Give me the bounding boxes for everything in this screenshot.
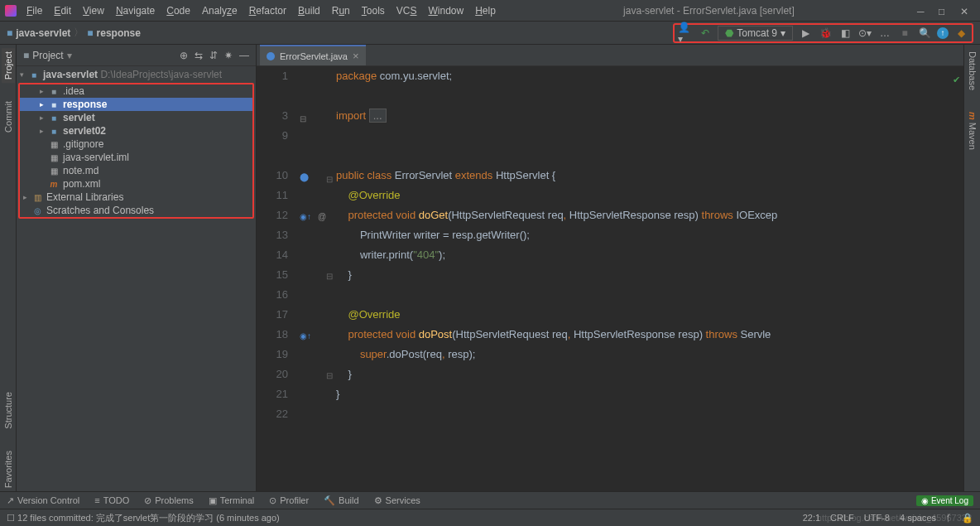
close-button[interactable]: ✕ [960,6,970,16]
tree-root[interactable]: ▾ ■ java-servlet D:\IdeaProjects\java-se… [17,68,256,81]
run-button[interactable]: ▶ [798,26,813,41]
breadcrumb-separator-icon: 〉 [74,26,84,40]
scratch-icon: ◎ [31,205,43,216]
menu-code[interactable]: Code [161,2,195,19]
file-icon: ▦ [48,138,60,150]
editor-tab[interactable]: ErrorServlet.java × [260,45,366,65]
code-content[interactable]: package com.yu.servlet; import ... publi… [336,66,963,491]
tool-event-log[interactable]: ◉ Event Log [916,495,973,506]
editor-tab-label: ErrorServlet.java [280,51,348,61]
file-icon: ▦ [48,152,60,163]
arrow-right-icon: ▸ [40,113,48,122]
menu-run[interactable]: Run [327,2,355,19]
run-config-select[interactable]: ⬣ Tomcat 9 ▾ [718,26,793,41]
arrow-right-icon: ▸ [40,87,48,95]
status-commit-msg: 12 files committed: 完成了servlet第一阶段的学习 (6… [17,512,280,524]
tool-commit-tab[interactable]: Commit [2,98,15,136]
search-icon[interactable]: 🔍 [917,26,932,41]
tree-root-path: D:\IdeaProjects\java-servlet [100,69,222,80]
menu-edit[interactable]: Edit [49,2,76,19]
menu-build[interactable]: Build [293,2,325,19]
tool-structure-tab[interactable]: Structure [2,388,15,432]
tool-profiler[interactable]: ⊙ Profiler [269,495,309,506]
locate-icon[interactable]: ⊕ [180,50,188,61]
status-cursor-pos[interactable]: 22:1 [803,513,820,524]
tool-favorites-tab[interactable]: Favorites [2,447,15,491]
status-lock-icon[interactable]: 🔒 [962,513,973,524]
menu-tools[interactable]: Tools [357,2,390,19]
window-title: java-servlet - ErrorServlet.java [servle… [501,5,917,17]
tree-gitignore[interactable]: ▦ .gitignore [20,138,252,151]
project-folder-icon: ■ [23,50,29,61]
folder-icon: ■ [48,99,60,110]
menu-vcs[interactable]: VCS [392,2,422,19]
module-icon: ■ [7,27,12,39]
menu-window[interactable]: Window [423,2,468,19]
status-encoding[interactable]: UTF-8 [864,513,890,524]
tool-todo[interactable]: ≡ TODO [94,495,129,505]
module-icon: ■ [28,69,40,80]
library-icon: ▥ [31,191,43,203]
file-icon: ▦ [48,165,60,176]
tool-project-tab[interactable]: Project [2,48,15,83]
user-icon[interactable]: 👤▾ [678,26,693,41]
tool-problems[interactable]: ⊘ Problems [144,495,193,506]
breadcrumb-project[interactable]: java-servlet [16,27,70,39]
menu-help[interactable]: Help [470,2,501,19]
menu-refactor[interactable]: Refactor [244,2,291,19]
arrow-right-icon: ▸ [23,193,31,201]
tool-terminal[interactable]: ▣ Terminal [209,495,255,506]
module-icon: ■ [48,125,60,137]
tool-maven-tab[interactable]: m Maven [966,109,979,153]
tree-iml[interactable]: ▦ java-servlet.iml [20,151,252,164]
minimize-button[interactable]: ─ [917,6,927,16]
tree-servlet[interactable]: ▸ ■ servlet [20,111,252,124]
profiler-button[interactable]: ⊙▾ [858,26,872,41]
ide-settings-icon[interactable]: ◆ [954,26,968,41]
menu-analyze[interactable]: Analyze [197,2,243,19]
arrow-right-icon: ▸ [40,127,48,135]
tree-scratches[interactable]: ◎ Scratches and Consoles [20,204,252,217]
settings-icon[interactable]: ✷ [224,50,233,61]
arrow-down-icon: ▾ [20,70,28,79]
dropdown-icon[interactable]: ▾ [67,50,72,61]
stop-button[interactable]: ■ [897,26,912,41]
status-indent[interactable]: 4 spaces [900,513,936,524]
breadcrumb-module[interactable]: response [97,27,141,39]
tree-note[interactable]: ▦ note.md [20,164,252,177]
vcs-back-icon[interactable]: ↶ [698,26,713,41]
java-file-icon [267,52,275,60]
status-line-sep[interactable]: CRLF [830,513,854,524]
maven-icon: m [48,178,60,190]
update-button[interactable]: ↑ [937,27,949,39]
close-tab-icon[interactable]: × [353,50,359,62]
tree-pom[interactable]: m pom.xml [20,177,252,191]
menu-file[interactable]: File [22,2,47,19]
debug-button[interactable]: 🐞 [818,26,833,41]
folder-icon: ■ [48,85,60,97]
arrow-right-icon: ▸ [40,100,48,109]
coverage-button[interactable]: ◧ [838,26,853,41]
status-git-icon[interactable]: ᚶ [946,513,952,524]
tool-services[interactable]: ⚙ Services [374,495,420,506]
tool-vcs[interactable]: ↗ Version Control [7,495,79,506]
tool-database-tab[interactable]: Database [966,48,979,94]
menu-view[interactable]: View [78,2,109,19]
attach-button[interactable]: … [877,26,892,41]
project-panel-title: Project [32,50,63,61]
maximize-button[interactable]: □ [939,6,949,16]
menu-navigate[interactable]: Navigate [111,2,160,19]
line-numbers: 1 39 10111213141516171819202122 [257,66,296,491]
hide-icon[interactable]: — [239,50,249,61]
tool-build[interactable]: 🔨 Build [324,495,358,506]
tree-idea[interactable]: ▸ ■ .idea [20,84,252,98]
folder-icon: ■ [87,27,93,39]
tree-response[interactable]: ▸ ■ response [20,98,252,111]
expand-icon[interactable]: ⇆ [195,50,203,61]
collapse-icon[interactable]: ⇵ [209,50,218,61]
tree-ext-libs[interactable]: ▸ ▥ External Libraries [20,191,252,204]
editor-gutter: ⬤ ◉↑@ ◉↑ ⊟ ⊟ ⊟ ⊟ [296,66,336,491]
module-icon: ■ [48,112,60,123]
tree-servlet02[interactable]: ▸ ■ servlet02 [20,124,252,138]
tree-root-label: java-servlet [43,69,98,80]
